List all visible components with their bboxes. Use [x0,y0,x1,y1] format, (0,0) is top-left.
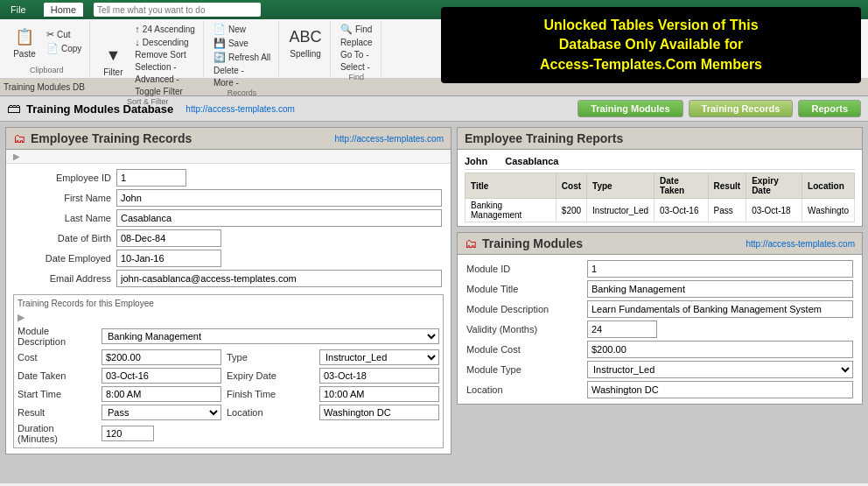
advanced-button[interactable]: Advanced - [132,74,198,85]
delete-button[interactable]: Delete - [211,65,273,76]
result-select[interactable]: Pass [102,405,221,420]
subform-grid: Module Description Banking Management Co… [18,326,439,444]
selection-button[interactable]: Selection - [132,61,198,73]
clipboard-group: 📋 Paste ✂ Cut 📄 Copy Clipboard [4,21,90,76]
col-expiry-date: Expiry Date [746,173,802,199]
save-icon: 💾 [214,38,226,49]
paste-icon: 📋 [12,25,37,49]
row-type: Instructor_Led [587,199,654,222]
copy-icon: 📄 [46,43,59,54]
mod-title-input[interactable] [587,280,853,298]
row-expiry-date: 03-Oct-18 [746,199,802,222]
mod-location-label: Location [466,384,580,395]
mod-type-label: Module Type [466,364,580,375]
filter-button[interactable]: ▼ Filter [97,41,129,79]
type-label: Type [227,352,314,363]
find-icon: 🔍 [340,24,353,35]
paste-button[interactable]: 📋 Paste [9,23,40,60]
subform-arrow: ▶ [18,312,24,323]
first-name-input[interactable] [116,189,442,207]
last-name-input[interactable] [116,209,442,227]
email-label: Email Address [15,273,111,284]
expiry-date-label: Expiry Date [227,370,314,381]
modules-icon: 🗂 [465,236,477,250]
module-desc-wrapper: Banking Management [102,328,439,344]
date-employed-input[interactable] [116,250,221,267]
location-label: Location [227,407,314,418]
expiry-date-input[interactable] [319,368,439,384]
reports-content: John Casablanca Title Cost Type Date Tak… [458,150,862,226]
emp-id-input[interactable] [116,169,186,187]
app-tabbar-label: Training Modules DB [4,82,85,92]
cost-input[interactable] [102,349,221,365]
mod-cost-input[interactable] [587,341,853,358]
record-nav: ▶ [6,150,451,164]
duration-label: Duration (Minutes) [18,423,96,444]
emp-id-label: Employee ID [15,173,111,183]
training-records-btn[interactable]: Training Records [689,100,794,117]
result-label: Result [18,407,96,418]
employee-card-title: Employee Training Records [31,131,192,145]
mod-title-label: Module Title [466,284,580,294]
last-name-label: Last Name [15,213,111,223]
reports-table: Title Cost Type Date Taken Result Expiry… [465,173,855,222]
ribbon-tab-file[interactable]: File [4,3,33,17]
ascending-button[interactable]: ↑ 24 Ascending [132,23,198,35]
row-title: Banking Management [466,199,556,222]
module-desc-select[interactable]: Banking Management [102,328,439,344]
overlay-line1: Unlocked Tables Version of This [453,16,849,35]
reports-card-header: Employee Training Reports [458,128,862,150]
sort-buttons: ↑ 24 Ascending ↓ Descending Remove Sort … [132,23,198,97]
email-input[interactable] [116,270,442,287]
training-modules-header: 🗂 Training Modules http://access-templat… [458,233,862,255]
refresh-button[interactable]: 🔄 Refresh All [211,51,273,64]
col-type: Type [587,173,654,199]
nav-buttons: Training Modules Training Records Report… [578,100,861,117]
find-button[interactable]: 🔍 Find [338,23,375,36]
goto-button[interactable]: Go To - [338,49,375,60]
first-name-label: First Name [15,193,111,203]
employee-card-link[interactable]: http://access-templates.com [335,134,444,144]
mod-desc-label: Module Description [466,304,580,314]
cut-button[interactable]: ✂ Cut [44,28,84,41]
subform-title: Training Records for this Employee [18,299,439,308]
mod-desc-input[interactable] [587,300,853,318]
training-modules-btn[interactable]: Training Modules [578,100,682,117]
mod-type-select[interactable]: Instructor_Led [587,361,853,378]
spelling-icon: ABC [293,25,318,49]
finish-time-input[interactable] [319,386,439,402]
mod-location-input[interactable] [587,381,853,398]
records-buttons: 📄 New 💾 Save 🔄 Refresh All Delete - More… [211,23,273,88]
spelling-button[interactable]: ABC Spelling [286,23,325,60]
toggle-filter-button[interactable]: Toggle Filter [132,86,198,97]
ribbon-tab-home[interactable]: Home [44,3,83,17]
modules-link[interactable]: http://access-templates.com [746,239,856,249]
validity-input[interactable] [587,320,657,338]
start-time-input[interactable] [102,386,221,402]
reports-employee-name: John Casablanca [465,153,855,170]
reports-card-title: Employee Training Reports [465,131,623,145]
dob-input[interactable] [116,229,221,247]
duration-input[interactable] [102,426,154,441]
type-select[interactable]: Instructor_Led [319,349,439,365]
date-taken-label: Date Taken [18,370,96,381]
ribbon-search[interactable] [94,3,261,17]
save-button[interactable]: 💾 Save [211,37,273,50]
date-taken-input[interactable] [102,368,221,384]
modules-title: Training Modules [482,236,583,250]
location-input[interactable] [319,405,439,420]
left-panel: 🗂 Employee Training Records http://acces… [5,127,452,478]
new-button[interactable]: 📄 New [211,23,273,36]
descending-button[interactable]: ↓ Descending [132,36,198,48]
remove-sort-button[interactable]: Remove Sort [132,49,198,60]
select-button[interactable]: Select - [338,61,375,73]
more-button[interactable]: More - [211,77,273,88]
copy-button[interactable]: 📄 Copy [44,42,84,55]
reports-btn[interactable]: Reports [798,100,861,117]
overlay-line3: Access-Templates.Com Members [453,55,849,74]
filter-icon: ▼ [101,43,125,67]
nav-link[interactable]: http://access-templates.com [186,104,295,114]
replace-button[interactable]: Replace [338,37,375,48]
reports-card: Employee Training Reports John Casablanc… [457,127,863,227]
mod-id-input[interactable] [587,260,853,278]
